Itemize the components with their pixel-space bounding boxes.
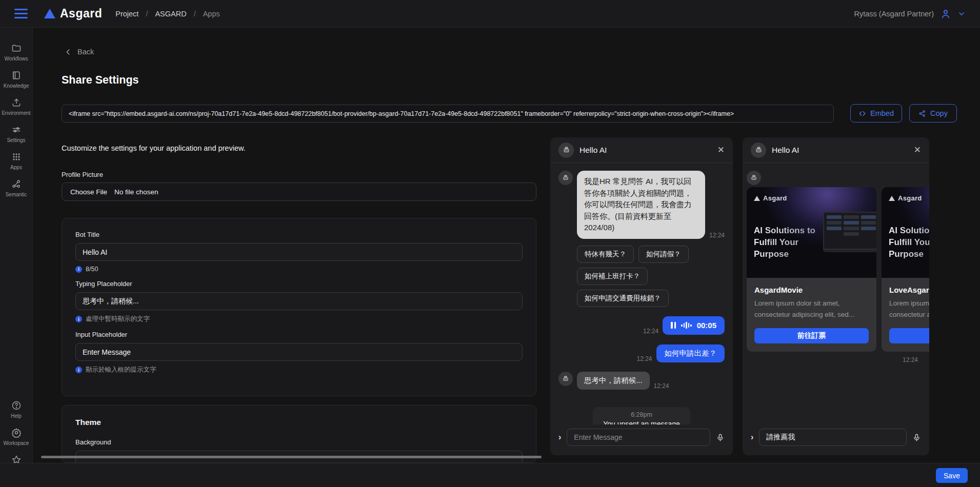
quick-reply-chip[interactable]: 如何補上班打卡？ xyxy=(577,268,648,285)
message-timestamp: 12:24 xyxy=(636,355,652,362)
robot-icon xyxy=(750,174,757,181)
chat2-message-input[interactable] xyxy=(759,429,907,446)
chat-preview-panel-1: Hello AI ✕ 我是HR 常見問答 AI，我可以回答你各項關於人資相關的問… xyxy=(550,137,733,455)
typing-placeholder-input[interactable] xyxy=(75,292,523,310)
sidebar-item-knowledge[interactable]: Knowledge xyxy=(0,70,33,89)
bot-title-label: Bot Title xyxy=(75,231,523,238)
quick-reply-chip[interactable]: 如何請假？ xyxy=(638,246,689,263)
pause-icon[interactable] xyxy=(671,322,676,329)
upload-icon xyxy=(11,97,22,108)
card-action-button[interactable]: 前往訂票 xyxy=(889,328,929,343)
sidebar-item-environment[interactable]: Environment xyxy=(0,97,33,116)
choose-file-button[interactable]: Choose File xyxy=(70,188,107,196)
audio-duration: 00:05 xyxy=(697,321,716,330)
book-icon xyxy=(11,70,22,80)
user-audio-row: 12:24 00:05 xyxy=(558,316,725,335)
info-icon xyxy=(75,316,82,322)
chat2-messages: Asgard AI Solutions to Fulfill Your Purp… xyxy=(743,163,929,424)
system-message-text: You unsent an message xyxy=(603,420,680,425)
help-circle-icon xyxy=(11,400,22,411)
chevron-right-icon[interactable]: › xyxy=(558,433,561,442)
theme-title: Theme xyxy=(75,418,523,427)
chat1-title: Hello AI xyxy=(579,146,607,155)
card-hero-image: Asgard AI Solutions to Fulfill Your Purp… xyxy=(882,187,929,278)
folder-icon xyxy=(11,43,22,53)
logo-text: Asgard xyxy=(60,7,102,21)
card-description: Lorem ipsum dolor sit amet, consectetur … xyxy=(754,298,869,320)
sidebar-item-settings[interactable]: Settings xyxy=(0,125,33,143)
breadcrumb-asgard[interactable]: ASGARD xyxy=(155,10,186,18)
system-message: 6:28pm You unsent an message xyxy=(593,407,690,425)
user-name-label: Rytass (Asgard Partner) xyxy=(854,10,934,18)
bot-title-counter-row: 8/50 xyxy=(75,266,523,273)
card-title: AsgardMovie xyxy=(754,286,869,294)
copy-button[interactable]: Copy xyxy=(909,104,957,123)
top-navbar: Asgard Project / ASGARD / Apps Rytass (A… xyxy=(0,0,980,28)
close-icon[interactable]: ✕ xyxy=(717,146,725,154)
card-description: Lorem ipsum dolor sit amet, consectetur … xyxy=(889,298,929,320)
quick-reply-chip[interactable]: 特休有幾天？ xyxy=(577,246,634,263)
grid-dots-icon xyxy=(11,152,22,162)
bot-message-row: 我是HR 常見問答 AI，我可以回答你各項關於人資相關的問題，你可以問我任何問題… xyxy=(558,171,725,239)
chat1-input-bar: › xyxy=(550,424,733,455)
microphone-icon[interactable] xyxy=(912,433,921,442)
input-placeholder-helper: 顯示於輸入框的提示文字 xyxy=(75,366,523,374)
page-title: Share Settings xyxy=(62,74,139,87)
laptop-graphic xyxy=(823,212,876,252)
sidebar-item-workflows[interactable]: Workflows xyxy=(0,43,33,62)
card-body: LoveAsgard Lorem ipsum dolor sit amet, c… xyxy=(882,278,929,352)
message-timestamp: 12:24 xyxy=(643,328,658,335)
bot-typing-bubble: 思考中，請稍候... xyxy=(577,372,650,390)
back-button[interactable]: Back xyxy=(65,48,94,56)
hero-brand: Asgard xyxy=(889,194,922,202)
code-icon xyxy=(858,110,866,117)
save-button[interactable]: Save xyxy=(936,468,968,483)
microphone-icon[interactable] xyxy=(716,433,725,442)
breadcrumb-project[interactable]: Project xyxy=(115,10,138,18)
message-timestamp: 12:24 xyxy=(654,382,669,390)
asgard-logo[interactable]: Asgard xyxy=(44,7,102,21)
card-hero-image: Asgard AI Solutions to Fulfill Your Purp… xyxy=(747,187,876,278)
chat1-header: Hello AI ✕ xyxy=(550,137,733,163)
chat-preview-panel-2: Hello AI ✕ Asgard AI Solutions to Fulfil… xyxy=(743,137,929,455)
chat2-title: Hello AI xyxy=(772,146,799,155)
sliders-icon xyxy=(11,125,22,135)
logo-triangle-icon xyxy=(44,9,55,18)
message-timestamp: 12:24 xyxy=(709,232,725,239)
bot-title-input[interactable] xyxy=(75,243,523,261)
info-icon xyxy=(75,367,82,373)
chevron-down-icon[interactable] xyxy=(957,10,966,18)
chat1-message-input[interactable] xyxy=(567,429,710,446)
quick-reply-chip[interactable]: 如何申請交通費用核銷？ xyxy=(577,290,669,307)
app-window: Asgard Project / ASGARD / Apps Rytass (A… xyxy=(0,0,980,487)
chevron-right-icon[interactable]: › xyxy=(751,433,753,442)
info-icon xyxy=(75,266,82,273)
sidebar-item-help[interactable]: Help xyxy=(0,400,33,419)
bot-avatar xyxy=(747,171,761,185)
hero-brand: Asgard xyxy=(754,194,787,202)
chevron-left-icon xyxy=(65,48,72,56)
horizontal-scrollbar[interactable] xyxy=(41,456,542,458)
sidebar-item-apps[interactable]: Apps xyxy=(0,152,33,170)
background-label: Background xyxy=(75,438,523,446)
hamburger-menu-icon[interactable] xyxy=(14,9,28,18)
quick-replies: 特休有幾天？ 如何請假？ 如何補上班打卡？ 如何申請交通費用核銷？ xyxy=(577,246,725,307)
audio-message-bubble[interactable]: 00:05 xyxy=(663,316,725,335)
input-placeholder-input[interactable] xyxy=(75,343,523,361)
sidebar-item-semantic[interactable]: Semantic xyxy=(0,179,33,197)
embed-code-input[interactable] xyxy=(62,105,834,123)
card-action-button[interactable]: 前往訂票 xyxy=(754,328,869,343)
close-icon[interactable]: ✕ xyxy=(914,146,921,154)
share-icon xyxy=(918,110,926,117)
waveform-icon xyxy=(681,322,692,329)
sidebar-item-workspace[interactable]: Workspace xyxy=(0,428,33,446)
user-avatar-icon[interactable] xyxy=(940,8,951,19)
left-sidebar: Workflows Knowledge Environment Settings… xyxy=(0,28,33,487)
message-timestamp: 12:24 xyxy=(747,356,918,363)
profile-picture-file-input[interactable]: Choose File No file chosen xyxy=(62,182,536,201)
embed-button[interactable]: Embed xyxy=(850,104,902,123)
bot-message-bubble: 我是HR 常見問答 AI，我可以回答你各項關於人資相關的問題，你可以問我任何問題… xyxy=(577,171,705,239)
carousel-card[interactable]: Asgard AI Solutions to Fulfill Your Purp… xyxy=(747,187,876,352)
carousel-card[interactable]: Asgard AI Solutions to Fulfill Your Purp… xyxy=(882,187,929,352)
breadcrumb: Project / ASGARD / Apps xyxy=(115,10,220,18)
